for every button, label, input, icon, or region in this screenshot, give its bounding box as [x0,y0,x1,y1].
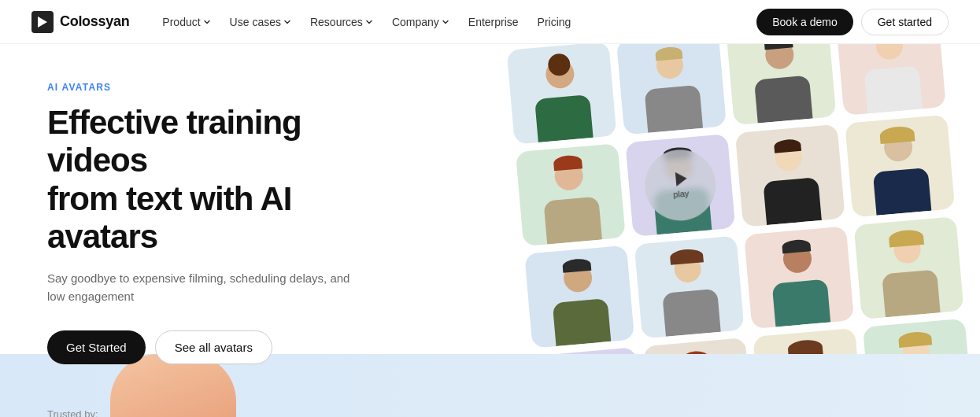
avatar-card [735,124,845,227]
hair-top [898,330,932,348]
chevron-down-icon [365,18,373,26]
chevron-down-icon [442,18,449,26]
navbar: Colossyan Product Use cases Resources Co… [0,0,980,44]
person-body [864,65,923,113]
person-body [763,177,822,225]
nav-links: Product Use cases Resources Company Ente… [154,11,756,33]
person-body [772,279,831,327]
hair-top [670,248,704,265]
hero-section: AI AVATARS Effective training videos fro… [0,44,441,417]
avatar-card-center: play [625,134,735,237]
nav-use-cases[interactable]: Use cases [222,11,299,33]
person-body [873,168,932,216]
hair-top [782,238,811,253]
nav-pricing[interactable]: Pricing [530,11,579,33]
hero-subtitle: Say goodbye to expensive filming, schedu… [47,270,362,305]
nav-enterprise[interactable]: Enterprise [460,11,527,33]
avatar-card [836,44,946,116]
hair-top [655,46,682,61]
hair-top [553,154,582,171]
person-body [553,298,612,346]
avatar-card [616,44,727,135]
get-started-nav-button[interactable]: Get started [861,9,949,35]
play-label: play [673,189,690,200]
hero-buttons: Get Started See all avatars [47,330,409,364]
avatar-card [845,115,955,218]
person-body [645,85,704,133]
avatar-card [726,44,836,125]
avatar-card [854,216,964,319]
hair-top [888,229,924,248]
nav-company[interactable]: Company [384,11,457,33]
see-avatars-button[interactable]: See all avatars [155,330,272,364]
hair-top [774,138,801,153]
chevron-down-icon [203,18,211,26]
svg-marker-0 [38,17,47,28]
hair-top [879,125,915,144]
avatar-card [524,245,634,349]
nav-resources[interactable]: Resources [302,11,381,33]
logo-link[interactable]: Colossyan [31,11,129,33]
trusted-section: Trusted by: C ontinental [47,408,409,417]
get-started-hero-button[interactable]: Get Started [47,330,146,364]
play-triangle-icon [675,172,688,186]
person-body [662,289,721,337]
avatar-card [634,235,745,338]
person-body [882,269,941,317]
person-body [543,197,602,245]
nav-product[interactable]: Product [154,11,218,33]
person-body [754,76,813,124]
hero-title: Effective training videos from text with… [47,104,409,256]
brand-name: Colossyan [60,13,129,30]
avatar-card [744,226,854,329]
hero-tag: AI AVATARS [47,82,409,93]
logo-icon [31,11,54,33]
chevron-down-icon [283,18,291,26]
hair-top [562,258,591,273]
nav-actions: Book a demo Get started [756,9,949,35]
avatar-card [507,44,617,145]
avatar-card [516,143,626,246]
person-head [875,44,904,61]
book-demo-button[interactable]: Book a demo [756,9,853,35]
person-body [534,94,594,142]
trusted-label: Trusted by: [47,408,409,417]
